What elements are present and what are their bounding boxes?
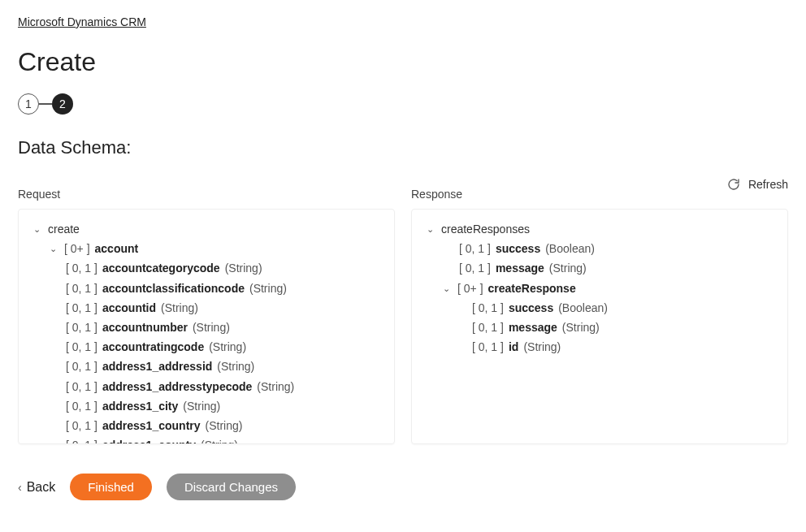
cardinality-label: [ 0, 1 ] xyxy=(66,359,98,374)
tree-row[interactable]: ⌄ createResponses xyxy=(418,219,781,239)
cardinality-label: [ 0+ ] xyxy=(64,241,90,256)
tree-row[interactable]: [ 0, 1 ] address1_county (String) xyxy=(25,435,388,444)
tree-node-create-responses: createResponses xyxy=(441,222,530,236)
step-2[interactable]: 2 xyxy=(52,93,73,115)
field-name: address1_addressid xyxy=(102,359,212,374)
chevron-down-icon[interactable]: ⌄ xyxy=(427,223,436,235)
field-name: success xyxy=(496,241,540,256)
field-name: accountclassificationcode xyxy=(102,281,245,296)
tree-node-account: account xyxy=(95,241,139,256)
chevron-left-icon: ‹ xyxy=(18,481,22,494)
field-name: message xyxy=(496,261,544,275)
step-connector xyxy=(39,103,52,105)
chevron-down-icon[interactable]: ⌄ xyxy=(50,243,59,254)
field-name: message xyxy=(509,320,557,335)
cardinality-label: [ 0, 1 ] xyxy=(459,261,491,275)
stepper: 1 2 xyxy=(18,93,788,115)
type-label: (String) xyxy=(217,359,254,374)
back-label: Back xyxy=(27,480,56,495)
type-label: (String) xyxy=(161,301,198,315)
type-label: (String) xyxy=(209,340,246,354)
step-1[interactable]: 1 xyxy=(18,93,39,115)
cardinality-label: [ 0, 1 ] xyxy=(66,340,98,354)
type-label: (String) xyxy=(225,261,262,275)
tree-row[interactable]: [ 0, 1 ] accountnumber (String) xyxy=(25,318,388,337)
chevron-down-icon[interactable]: ⌄ xyxy=(443,283,453,294)
discard-changes-button[interactable]: Discard Changes xyxy=(167,474,296,500)
cardinality-label: [ 0, 1 ] xyxy=(66,261,98,275)
type-label: (String) xyxy=(201,438,238,444)
field-name: accountcategorycode xyxy=(102,261,220,275)
type-label: (String) xyxy=(249,281,287,296)
section-title: Data Schema: xyxy=(18,137,788,158)
response-panel: ⌄ createResponses [ 0, 1 ] success (Bool… xyxy=(411,209,788,444)
tree-row[interactable]: [ 0, 1 ] id (String) xyxy=(418,337,781,357)
type-label: (Boolean) xyxy=(558,301,608,315)
tree-row[interactable]: [ 0, 1 ] success (Boolean) xyxy=(418,239,781,258)
tree-row[interactable]: [ 0, 1 ] address1_country (String) xyxy=(25,416,388,435)
cardinality-label: [ 0, 1 ] xyxy=(66,418,98,433)
cardinality-label: [ 0, 1 ] xyxy=(472,320,504,335)
field-name: success xyxy=(509,301,553,315)
cardinality-label: [ 0, 1 ] xyxy=(66,301,98,315)
cardinality-label: [ 0, 1 ] xyxy=(459,241,491,256)
field-name: accountnumber xyxy=(102,320,188,335)
tree-row[interactable]: [ 0, 1 ] accountcategorycode (String) xyxy=(25,258,388,278)
field-name: address1_country xyxy=(102,418,201,433)
tree-row[interactable]: ⌄ create xyxy=(25,219,388,239)
field-name: address1_addresstypecode xyxy=(102,379,252,394)
cardinality-label: [ 0, 1 ] xyxy=(472,340,504,354)
tree-row[interactable]: [ 0, 1 ] message (String) xyxy=(418,318,781,337)
type-label: (String) xyxy=(193,320,230,335)
field-name: accountid xyxy=(102,301,156,315)
cardinality-label: [ 0, 1 ] xyxy=(472,301,504,315)
field-name: id xyxy=(509,340,518,354)
response-label: Response xyxy=(411,188,788,201)
tree-row[interactable]: ⌄ [ 0+ ] account xyxy=(25,239,388,258)
request-panel: ⌄ create ⌄ [ 0+ ] account [ 0, 1 ] accou… xyxy=(18,209,395,444)
finished-button[interactable]: Finished xyxy=(70,474,152,500)
type-label: (String) xyxy=(549,261,587,275)
cardinality-label: [ 0, 1 ] xyxy=(66,438,98,444)
tree-row[interactable]: [ 0, 1 ] address1_addressid (String) xyxy=(25,357,388,376)
cardinality-label: [ 0, 1 ] xyxy=(66,320,98,335)
tree-row[interactable]: [ 0, 1 ] address1_city (String) xyxy=(25,396,388,416)
type-label: (String) xyxy=(183,399,220,413)
field-name: address1_city xyxy=(102,399,178,413)
breadcrumb-link[interactable]: Microsoft Dynamics CRM xyxy=(18,15,146,28)
type-label: (String) xyxy=(523,340,561,354)
cardinality-label: [ 0+ ] xyxy=(457,281,483,296)
tree-row[interactable]: [ 0, 1 ] accountclassificationcode (Stri… xyxy=(25,279,388,298)
chevron-down-icon[interactable]: ⌄ xyxy=(33,223,43,235)
type-label: (String) xyxy=(206,418,243,433)
type-label: (Boolean) xyxy=(545,241,595,256)
tree-row[interactable]: ⌄ [ 0+ ] createResponse xyxy=(418,279,781,298)
tree-row[interactable]: [ 0, 1 ] success (Boolean) xyxy=(418,298,781,318)
tree-row[interactable]: [ 0, 1 ] accountratingcode (String) xyxy=(25,337,388,357)
tree-row[interactable]: [ 0, 1 ] address1_addresstypecode (Strin… xyxy=(25,377,388,396)
tree-node-create-response: createResponse xyxy=(488,281,576,296)
page-title: Create xyxy=(18,47,788,77)
request-label: Request xyxy=(18,188,395,201)
tree-row[interactable]: [ 0, 1 ] accountid (String) xyxy=(25,298,388,318)
cardinality-label: [ 0, 1 ] xyxy=(66,399,98,413)
tree-row[interactable]: [ 0, 1 ] message (String) xyxy=(418,258,781,278)
cardinality-label: [ 0, 1 ] xyxy=(66,281,98,296)
field-name: accountratingcode xyxy=(102,340,204,354)
field-name: address1_county xyxy=(102,438,196,444)
type-label: (String) xyxy=(257,379,294,394)
cardinality-label: [ 0, 1 ] xyxy=(66,379,98,394)
type-label: (String) xyxy=(562,320,600,335)
back-button[interactable]: ‹ Back xyxy=(18,480,55,495)
tree-node-create: create xyxy=(48,222,80,236)
